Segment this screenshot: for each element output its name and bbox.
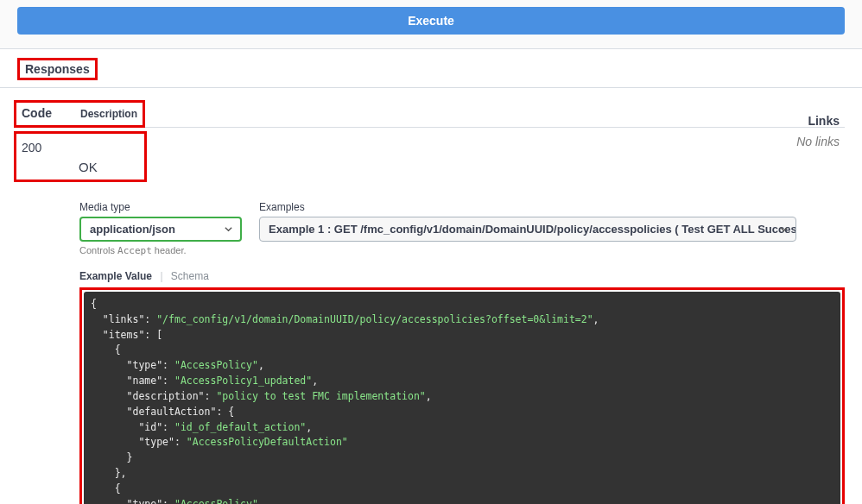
media-type-value: application/json bbox=[90, 223, 175, 236]
examples-value: Example 1 : GET /fmc_config/v1/domain/Do… bbox=[269, 223, 796, 236]
media-type-group: Media type application/json Controls Acc… bbox=[79, 201, 242, 256]
table-header-row: Code Description Links bbox=[14, 100, 845, 128]
examples-label: Examples bbox=[259, 201, 796, 213]
execute-section: Execute bbox=[0, 0, 862, 49]
header-highlight-box: Code Description bbox=[14, 100, 145, 128]
chevron-down-icon bbox=[778, 224, 789, 235]
tab-example-value[interactable]: Example Value bbox=[79, 270, 152, 282]
chevron-down-icon bbox=[223, 224, 233, 235]
responses-table: Code Description Links 200 OK No links M… bbox=[0, 88, 862, 504]
column-header-description: Description bbox=[79, 108, 137, 120]
execute-button[interactable]: Execute bbox=[17, 7, 845, 35]
examples-select[interactable]: Example 1 : GET /fmc_config/v1/domain/Do… bbox=[259, 217, 796, 242]
response-code: 200 bbox=[22, 139, 79, 174]
table-row: 200 OK No links bbox=[14, 128, 845, 182]
code-block-highlight: { "links": "/fmc_config/v1/domain/Domain… bbox=[79, 287, 845, 504]
response-links: No links bbox=[796, 128, 845, 182]
media-type-select[interactable]: application/json bbox=[79, 217, 242, 242]
examples-group: Examples Example 1 : GET /fmc_config/v1/… bbox=[259, 201, 796, 256]
example-code-block[interactable]: { "links": "/fmc_config/v1/domain/Domain… bbox=[84, 292, 840, 504]
tab-separator: | bbox=[155, 270, 168, 282]
responses-heading: Responses bbox=[25, 62, 90, 76]
example-tabs: Example Value | Schema bbox=[79, 270, 845, 282]
responses-heading-highlight: Responses bbox=[17, 58, 98, 80]
media-type-note: Controls Accept header. bbox=[79, 245, 242, 256]
column-header-code: Code bbox=[22, 106, 79, 120]
media-examples-row: Media type application/json Controls Acc… bbox=[79, 201, 845, 256]
tab-schema[interactable]: Schema bbox=[171, 270, 209, 282]
responses-bar: Responses bbox=[0, 49, 862, 88]
row-highlight-box: 200 OK bbox=[14, 131, 147, 182]
response-description: OK bbox=[79, 139, 98, 174]
media-type-label: Media type bbox=[79, 201, 242, 213]
column-header-links: Links bbox=[808, 114, 845, 128]
